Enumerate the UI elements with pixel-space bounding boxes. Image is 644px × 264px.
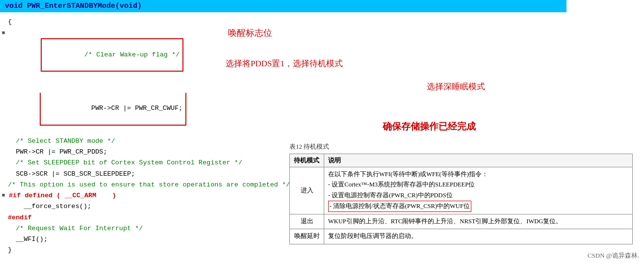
annotation-wakeup: 唤醒标志位 xyxy=(228,27,272,39)
line-marker-4 xyxy=(0,136,6,137)
line-marker-2: ■ xyxy=(0,28,7,37)
code-line-14: } xyxy=(0,245,280,256)
line-marker-9: ■ xyxy=(0,191,7,200)
table-section: 表12 待机模式 待机模式 说明 进入 xyxy=(289,142,633,244)
code-content-13: __WFI(); xyxy=(6,235,280,244)
line-marker-8 xyxy=(0,180,6,181)
code-line-8: /* This option is used to ensure that st… xyxy=(0,180,280,190)
table-cell-enter-content: 在以下条件下执行WFI(等待中断)或WFE(等待事件)指令： - 设置Corte… xyxy=(324,167,633,214)
line-marker-10 xyxy=(0,202,6,202)
enter-line-1: 在以下条件下执行WFI(等待中断)或WFE(等待事件)指令： xyxy=(328,169,628,180)
code-line-1: ​ { xyxy=(0,17,280,27)
line-marker-14 xyxy=(0,245,6,246)
code-content-9: #if defined ( __CC_ARM ) xyxy=(7,191,280,201)
line-marker-1: ​ xyxy=(0,17,6,26)
standby-table: 待机模式 说明 进入 在以下条件下执行WFI(等待中断)或WFE(等待事件)指令… xyxy=(289,154,633,244)
code-line-12: /* Request Wait For Interrupt */ xyxy=(0,223,280,234)
code-content-6: /* Set SLEEPDEEP bit of Cortex System Co… xyxy=(6,158,280,168)
annotation-pdds: 选择将PDDS置1，选择待机模式 xyxy=(226,58,343,69)
code-content-14: } xyxy=(6,245,280,255)
code-line-4: /* Select STANDBY mode */ xyxy=(0,136,280,147)
annotation-store: 确保存储操作已经完成 xyxy=(383,120,476,133)
code-line-9: ■ #if defined ( __CC_ARM ) xyxy=(0,190,280,201)
table-cell-exit-label: 退出 xyxy=(290,214,324,229)
line-marker-13 xyxy=(0,235,6,235)
main-container: void PWR_EnterSTANDBYMode(void) ​ { ■ /*… xyxy=(0,0,644,264)
table-header-row: 待机模式 说明 xyxy=(290,154,633,167)
code-line-13: __WFI(); xyxy=(0,234,280,245)
code-content-3: PWR->CR |= PWR_CR_CWUF; xyxy=(6,83,280,135)
code-line-10: __force_stores(); xyxy=(0,201,280,212)
code-content-10: __force_stores(); xyxy=(6,202,280,211)
pwr-cwuf: PWR->CR |= PWR_CR_CWUF; xyxy=(83,105,183,112)
comment-clear-wakeup: /* Clear Wake-up flag */ xyxy=(84,51,180,58)
table-row-wakedelay: 唤醒延时 复位阶段时电压调节器的启动。 xyxy=(290,229,633,244)
line-marker-3 xyxy=(0,83,6,83)
code-content-5: PWR->CR |= PWR_CR_PDDS; xyxy=(6,147,280,157)
table-header-mode: 待机模式 xyxy=(290,154,324,167)
code-line-5: PWR->CR |= PWR_CR_PDDS; xyxy=(0,147,280,158)
code-area: ​ { ■ /* Clear Wake-up flag */ PWR->CR |… xyxy=(0,16,280,257)
table-cell-enter-label: 进入 xyxy=(290,167,324,214)
enter-line-4: - 清除电源控制/状态寄存器(PWR_CSR)中的WUF位 xyxy=(328,201,471,212)
code-content-8: /* This option is used to ensure that st… xyxy=(6,180,290,190)
line-marker-6 xyxy=(0,158,6,158)
code-line-3: PWR->CR |= PWR_CR_CWUF; xyxy=(0,82,280,136)
enter-line-2: - 设置Cortex™-M3系统控制寄存器中的SLEEPDEEP位 xyxy=(328,180,628,190)
enter-line-3: - 设置电源控制寄存器(PWR_CR)中的PDDS位 xyxy=(328,190,628,201)
line-marker-5 xyxy=(0,147,6,148)
line-marker-12 xyxy=(0,224,6,224)
watermark: CSDN @诡异森林. xyxy=(588,251,639,260)
code-content-7: SCB->SCR |= SCB_SCR_SLEEPDEEP; xyxy=(6,169,280,179)
code-line-7: SCB->SCR |= SCB_SCR_SLEEPDEEP; xyxy=(0,169,280,180)
function-signature-bar: void PWR_EnterSTANDBYMode(void) xyxy=(0,0,567,12)
table-row-enter: 进入 在以下条件下执行WFI(等待中断)或WFE(等待事件)指令： - 设置Co… xyxy=(290,167,633,214)
line-marker-7 xyxy=(0,169,6,170)
code-line-6: /* Set SLEEPDEEP bit of Cortex System Co… xyxy=(0,158,280,168)
code-content-4: /* Select STANDBY mode */ xyxy=(6,136,280,146)
code-content-11: #endif xyxy=(6,213,280,223)
table-header-desc: 说明 xyxy=(324,154,633,167)
table-row-exit: 退出 WKUP引脚的上升沿、RTC闹钟事件的上升沿、NRST引脚上外部复位、IW… xyxy=(290,214,633,229)
annotation-sleep: 选择深睡眠模式 xyxy=(427,81,485,92)
function-signature-text: void PWR_EnterSTANDBYMode(void) xyxy=(5,2,142,10)
code-content-12: /* Request Wait For Interrupt */ xyxy=(6,224,280,234)
code-content-1: { xyxy=(6,17,280,27)
table-cell-wakedelay-label: 唤醒延时 xyxy=(290,229,324,244)
table-cell-wakedelay-content: 复位阶段时电压调节器的启动。 xyxy=(324,229,633,244)
table-cell-exit-content: WKUP引脚的上升沿、RTC闹钟事件的上升沿、NRST引脚上外部复位、IWDG复… xyxy=(324,214,633,229)
code-line-11: #endif xyxy=(0,212,280,223)
table-title: 表12 待机模式 xyxy=(289,142,633,151)
line-marker-11 xyxy=(0,213,6,213)
